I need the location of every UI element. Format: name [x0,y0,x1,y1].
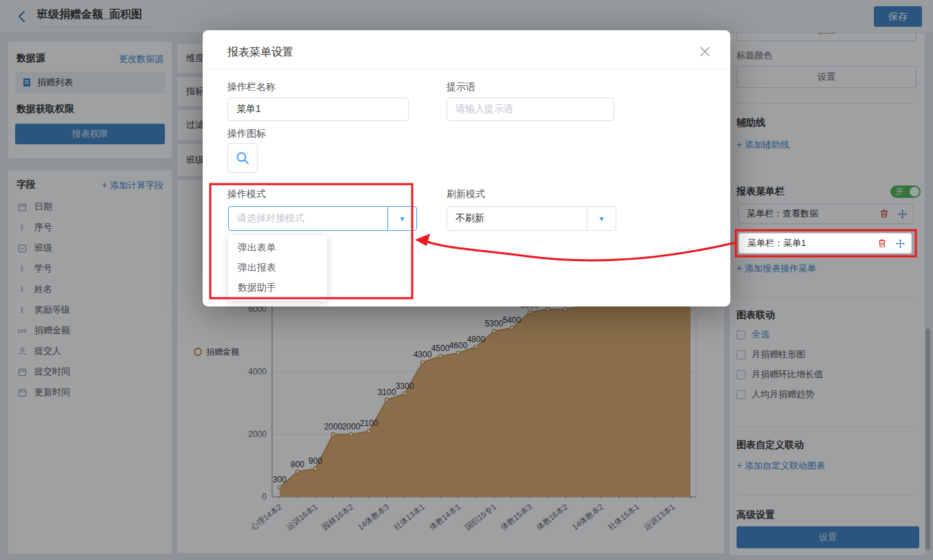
dropdown-option[interactable]: 数据助手 [228,278,327,298]
chevron-down-icon[interactable]: ▼ [387,207,416,230]
report-menu-settings-modal: 报表菜单设置 操作栏名称 菜单1 提示语 请输入提示语 操作图标 操作模式 请选… [203,30,730,306]
mode-select[interactable]: 请选择对接模式 ▼ [228,206,417,231]
menu-bar-item[interactable]: 菜单栏：菜单1 [739,233,912,254]
trash-icon[interactable] [877,238,888,249]
action-icon-button[interactable] [227,143,258,173]
move-icon[interactable] [895,238,906,249]
tip-label: 提示语 [447,81,475,93]
bar-name-input[interactable]: 菜单1 [227,98,409,121]
chevron-down-icon[interactable]: ▼ [587,207,616,230]
menu-bar-item-label: 菜单栏：菜单1 [747,237,870,249]
refresh-value: 不刷新 [447,207,587,230]
bar-name-value: 菜单1 [236,103,261,115]
refresh-select[interactable]: 不刷新 ▼ [447,206,616,231]
modal-title: 报表菜单设置 [227,45,293,60]
bar-name-label: 操作栏名称 [227,81,276,93]
icon-label: 操作图标 [227,128,266,140]
mode-dropdown: 弹出表单弹出报表数据助手 [228,235,327,301]
tip-placeholder: 请输入提示语 [456,103,513,115]
mode-label: 操作模式 [227,188,266,201]
dropdown-option[interactable]: 弹出表单 [228,238,327,258]
search-icon [235,150,250,166]
dropdown-option[interactable]: 弹出报表 [228,258,327,278]
mode-placeholder: 请选择对接模式 [229,207,387,230]
close-icon[interactable] [699,45,711,58]
tip-input[interactable]: 请输入提示语 [447,98,614,121]
refresh-label: 刷新模式 [447,188,485,201]
